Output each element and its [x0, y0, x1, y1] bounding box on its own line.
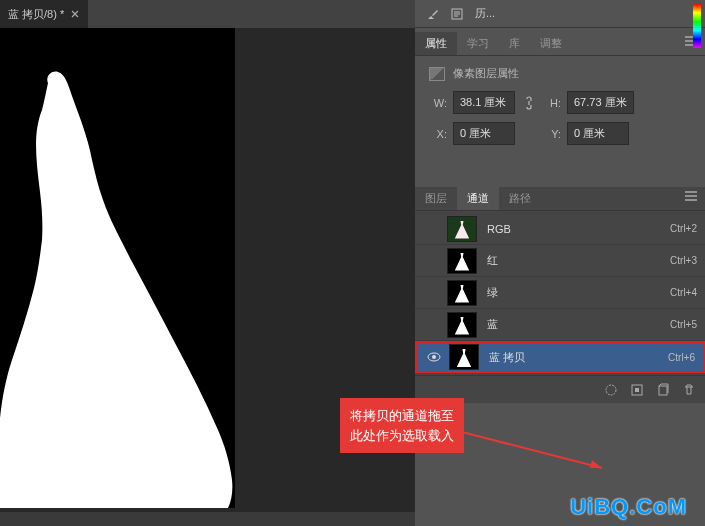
channel-thumbnail: [447, 312, 477, 338]
link-wh-icon[interactable]: [521, 95, 537, 111]
document-tab[interactable]: 蓝 拷贝/8) *: [0, 0, 88, 28]
channel-thumbnail: [447, 216, 477, 242]
channel-thumbnail: [447, 280, 477, 306]
height-field[interactable]: 67.73 厘米: [567, 91, 634, 114]
canvas-content[interactable]: [0, 28, 235, 508]
collapsed-panel-bar: 历...: [415, 0, 705, 28]
tab-layers[interactable]: 图层: [415, 187, 457, 210]
x-label: X:: [429, 128, 447, 140]
pixel-layer-icon: [429, 67, 445, 81]
svg-rect-5: [635, 388, 639, 392]
visibility-toggle[interactable]: [423, 316, 441, 334]
new-channel-icon[interactable]: [655, 382, 671, 398]
channel-item[interactable]: 绿Ctrl+4: [415, 277, 705, 309]
tab-properties[interactable]: 属性: [415, 32, 457, 55]
tab-channels[interactable]: 通道: [457, 187, 499, 210]
channel-name: 蓝: [487, 317, 670, 332]
channel-silhouette-image: [0, 68, 235, 508]
channel-item[interactable]: 红Ctrl+3: [415, 245, 705, 277]
channel-item[interactable]: 蓝Ctrl+5: [415, 309, 705, 341]
channel-name: 蓝 拷贝: [489, 350, 668, 365]
visibility-toggle[interactable]: [423, 220, 441, 238]
y-label: Y:: [543, 128, 561, 140]
channel-shortcut: Ctrl+3: [670, 255, 697, 266]
svg-point-2: [432, 355, 436, 359]
channel-shortcut: Ctrl+4: [670, 287, 697, 298]
width-label: W:: [429, 97, 447, 109]
visibility-toggle[interactable]: [423, 252, 441, 270]
channel-shortcut: Ctrl+6: [668, 352, 695, 363]
tab-adjust[interactable]: 调整: [530, 32, 572, 55]
channels-panel: 图层 通道 路径 RGBCtrl+2红Ctrl+3绿Ctrl+4蓝Ctrl+5蓝…: [415, 187, 705, 403]
history-icon[interactable]: [447, 4, 467, 24]
properties-panel-tabs: 属性 学习 库 调整: [415, 32, 705, 56]
x-field[interactable]: 0 厘米: [453, 122, 515, 145]
delete-channel-icon[interactable]: [681, 382, 697, 398]
channel-item[interactable]: 蓝 拷贝Ctrl+6: [415, 341, 705, 373]
svg-point-3: [606, 385, 616, 395]
y-field[interactable]: 0 厘米: [567, 122, 629, 145]
load-selection-icon[interactable]: [603, 382, 619, 398]
height-label: H:: [543, 97, 561, 109]
tab-learn[interactable]: 学习: [457, 32, 499, 55]
save-selection-icon[interactable]: [629, 382, 645, 398]
channel-shortcut: Ctrl+5: [670, 319, 697, 330]
document-tab-title: 蓝 拷贝/8) *: [8, 7, 64, 22]
width-field[interactable]: 38.1 厘米: [453, 91, 515, 114]
channel-shortcut: Ctrl+2: [670, 223, 697, 234]
channel-name: 红: [487, 253, 670, 268]
visibility-toggle[interactable]: [423, 284, 441, 302]
properties-panel: 属性 学习 库 调整 像素图层属性 W: 38.1 厘米: [415, 28, 705, 167]
channels-menu-icon[interactable]: [677, 187, 705, 210]
callout-line2: 此处作为选取载入: [350, 426, 454, 446]
channel-thumbnail: [449, 344, 479, 370]
svg-rect-6: [659, 386, 667, 395]
brush-preset-icon[interactable]: [423, 4, 443, 24]
channel-item[interactable]: RGBCtrl+2: [415, 213, 705, 245]
channel-name: 绿: [487, 285, 670, 300]
close-icon[interactable]: [70, 9, 80, 19]
pixel-layer-label: 像素图层属性: [453, 66, 519, 81]
tab-library[interactable]: 库: [499, 32, 530, 55]
history-panel-label[interactable]: 历...: [475, 6, 495, 21]
document-tab-strip: 蓝 拷贝/8) *: [0, 0, 415, 28]
channel-name: RGB: [487, 223, 670, 235]
watermark: UiBQ.CoM: [570, 494, 687, 520]
horizontal-scrollbar[interactable]: [0, 512, 415, 526]
channels-panel-tabs: 图层 通道 路径: [415, 187, 705, 211]
channel-thumbnail: [447, 248, 477, 274]
callout-line1: 将拷贝的通道拖至: [350, 406, 454, 426]
annotation-callout: 将拷贝的通道拖至 此处作为选取载入: [340, 398, 464, 453]
visibility-toggle[interactable]: [425, 348, 443, 366]
tab-paths[interactable]: 路径: [499, 187, 541, 210]
channel-list: RGBCtrl+2红Ctrl+3绿Ctrl+4蓝Ctrl+5蓝 拷贝Ctrl+6: [415, 211, 705, 375]
color-spectrum-bar[interactable]: [693, 4, 701, 48]
